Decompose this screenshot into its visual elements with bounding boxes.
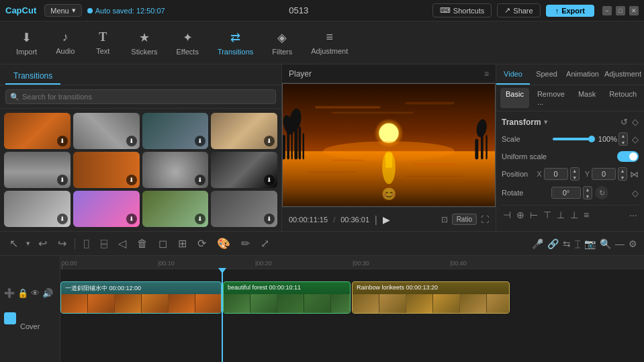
transition-stretch2[interactable]: ⬇ Stretch II [73, 113, 140, 149]
split-audio[interactable]: ⌸ [98, 236, 110, 251]
transition-cwswirl[interactable]: ⬇ CW Swirl [142, 152, 209, 188]
undo-btn[interactable]: ↩ [36, 236, 50, 251]
scale-stepper[interactable]: ▲ ▼ [618, 132, 628, 146]
tool-audio[interactable]: ♪ Audio [48, 26, 83, 59]
color-tool[interactable]: 🎨 [214, 236, 233, 251]
pos-y-stepper[interactable]: ▲ ▼ [618, 167, 627, 181]
track-lock-btn[interactable]: 🔒 [17, 288, 28, 298]
pos-x-stepper[interactable]: ▲ ▼ [570, 167, 580, 181]
snapshot-btn[interactable]: 📷 [584, 238, 596, 249]
delete-clip[interactable]: 🗑 [134, 236, 150, 251]
tab-adjustment[interactable]: Adjustment [602, 64, 644, 85]
scale-thumb[interactable] [588, 136, 595, 142]
player-menu-icon[interactable]: ≡ [484, 69, 489, 79]
fullscreen-crop-icon[interactable]: ⊡ [441, 215, 448, 224]
zoom-out-btn[interactable]: 🔍 [600, 238, 611, 249]
track-add-btn[interactable]: ➕ [4, 288, 15, 298]
tab-speed[interactable]: Speed [530, 64, 563, 85]
transition-glare2[interactable]: ⬇ Glare II [211, 113, 277, 149]
align-more[interactable]: ··· [628, 208, 639, 222]
scale-slider[interactable] [553, 138, 592, 140]
link2-btn[interactable]: ⇆ [563, 238, 571, 249]
clip-2[interactable]: beautiful forest 00:00:10:11 [223, 281, 351, 314]
tool-effects[interactable]: ✦ Effects [168, 26, 206, 60]
pos-x-input[interactable] [544, 168, 568, 180]
tab-video[interactable]: Video [496, 64, 530, 85]
play-button[interactable]: ▶ [383, 214, 390, 225]
transform-section-title: Transform ▾ ↺ ◇ [502, 117, 639, 127]
subtab-basic[interactable]: Basic [500, 88, 529, 108]
transition-row3c[interactable]: ⬇ [142, 191, 209, 227]
playhead[interactable] [222, 269, 223, 362]
transition-split[interactable]: ⬇ Split [73, 152, 140, 188]
reset-icon[interactable]: ↺ [620, 117, 628, 127]
pos-y-input[interactable] [592, 168, 616, 180]
uniform-scale-toggle[interactable] [617, 151, 639, 162]
redo-btn[interactable]: ↪ [55, 236, 69, 251]
search-input[interactable] [5, 89, 276, 104]
ratio-button[interactable]: Ratio [452, 214, 477, 225]
color-swatch[interactable] [4, 312, 16, 324]
transitions-tab[interactable]: Transitions [5, 69, 60, 85]
track-visibility-btn[interactable]: 👁 [31, 288, 40, 298]
download-badge: ⬇ [264, 136, 275, 146]
transition-stretch[interactable]: ⬇ Stretch [4, 113, 71, 149]
maximize-button[interactable]: □ [616, 6, 625, 15]
shortcuts-button[interactable]: ⌨ Shortcuts [432, 3, 492, 17]
track-audio-btn[interactable]: 🔊 [42, 288, 53, 298]
transition-vblur2[interactable]: ⬇ Vertical Blur II [4, 152, 71, 188]
transition-blackfade[interactable]: ⬇ Black Fade [211, 152, 277, 188]
rotate-input[interactable] [551, 187, 581, 199]
trim-left[interactable]: ◁ [116, 236, 129, 251]
transition-row3d[interactable]: ⬇ [211, 191, 277, 227]
align-right[interactable]: ⊢ [528, 208, 539, 222]
tool-import[interactable]: ⬇ Import [8, 26, 45, 60]
rotate-circle-btn[interactable]: ↻ [595, 186, 608, 199]
subtab-retouch[interactable]: Retouch [604, 88, 642, 108]
tool-transitions[interactable]: ⇄ Transitions [210, 26, 261, 60]
split-tool[interactable]: ⌷ [81, 236, 93, 251]
scale-keyframe[interactable]: ◇ [632, 134, 639, 144]
right-tabs: Video Speed Animation Adjustment [496, 64, 644, 85]
transform-tool[interactable]: ⤢ [258, 236, 272, 251]
copy-tool[interactable]: ⊞ [175, 236, 189, 251]
share-button[interactable]: ↗ Share [497, 3, 540, 17]
transitions-icon: ⇄ [230, 30, 240, 45]
mask-tool[interactable]: ◻ [156, 236, 170, 251]
diamond-icon[interactable]: ◇ [632, 117, 639, 127]
split-at-playhead[interactable]: ⌶ [575, 238, 580, 249]
subtab-mask[interactable]: Mask [573, 88, 601, 108]
menu-button[interactable]: Menu ▾ [44, 4, 82, 17]
fullscreen-icon[interactable]: ⛶ [481, 215, 489, 224]
align-top[interactable]: ⊤ [542, 208, 553, 222]
loop-tool[interactable]: ⟳ [195, 236, 209, 251]
position-keyframe[interactable]: ⋈ [630, 169, 639, 179]
cursor-tool[interactable]: ↖ [7, 236, 21, 251]
close-button[interactable]: ✕ [629, 6, 639, 15]
transition-row3b[interactable]: ⬇ [73, 191, 140, 227]
tab-animation[interactable]: Animation [563, 64, 602, 85]
export-button[interactable]: ↑ Export [546, 5, 594, 17]
rotate-stepper[interactable]: ▲ ▼ [583, 186, 592, 199]
minus-btn[interactable]: — [615, 238, 625, 249]
tool-filters[interactable]: ◈ Filters [264, 26, 300, 60]
tool-stickers[interactable]: ★ Stickers [123, 26, 165, 60]
rotate-keyframe[interactable]: ◇ [632, 188, 639, 198]
minimize-button[interactable]: − [602, 6, 612, 15]
align-center-h[interactable]: ⊕ [515, 208, 526, 222]
audio-track-btn[interactable]: 🎤 [532, 238, 543, 249]
tool-adjustment[interactable]: ≡ Adjustment [303, 26, 356, 59]
clip-1[interactable]: 一道斜阳铺水中 00:00:12:00 [60, 281, 222, 314]
transition-row3a[interactable]: ⬇ [4, 191, 71, 227]
transition-shake2[interactable]: ⬇ Shake II [142, 113, 209, 149]
align-baseline[interactable]: ≡ [582, 208, 590, 222]
align-left[interactable]: ⊣ [502, 208, 512, 222]
timeline-settings[interactable]: ⚙ [629, 238, 637, 249]
link-clip-btn[interactable]: 🔗 [547, 238, 559, 249]
clip-3[interactable]: Rainbow lorikeets 00:00:13:20 [352, 281, 510, 314]
pen-tool[interactable]: ✏ [238, 236, 252, 251]
tool-text[interactable]: T Text [85, 26, 120, 59]
align-center-v[interactable]: ⊥ [555, 208, 566, 222]
subtab-remove[interactable]: Remove ... [532, 88, 570, 108]
align-bottom[interactable]: ⊥ [569, 208, 580, 222]
